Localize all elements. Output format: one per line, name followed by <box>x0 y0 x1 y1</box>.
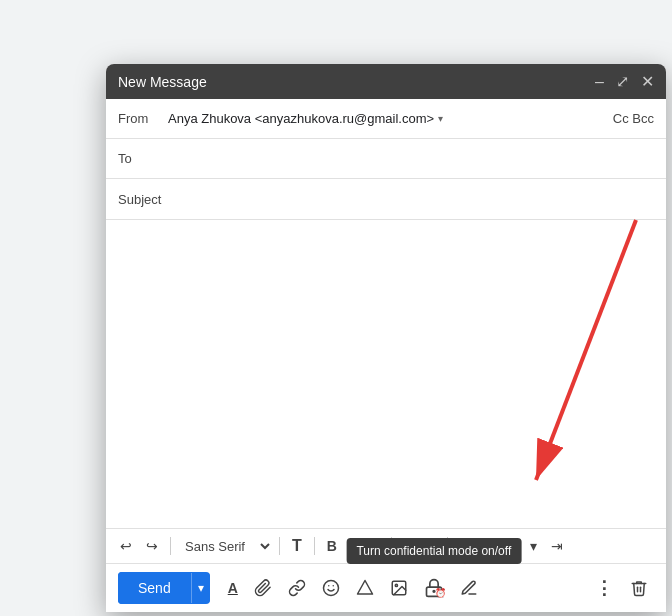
bold-button[interactable]: B <box>321 534 343 558</box>
emoji-button[interactable] <box>316 575 346 601</box>
confidential-button[interactable]: ⏰ <box>418 574 450 602</box>
toolbar-divider-5 <box>447 537 448 555</box>
subject-input[interactable] <box>168 192 654 207</box>
body-area <box>106 220 666 528</box>
title-bar-controls: – ⤢ ✕ <box>595 72 654 91</box>
redo-button[interactable]: ↪ <box>140 534 164 558</box>
font-selector[interactable]: Sans Serif Serif Monospace <box>177 536 273 557</box>
expand-button[interactable]: ⤢ <box>616 72 629 91</box>
toolbar-divider-4 <box>391 537 392 555</box>
svg-point-2 <box>323 581 338 596</box>
send-button[interactable]: Send <box>118 572 191 604</box>
more-options-button[interactable]: ⋮ <box>589 573 620 603</box>
trash-icon <box>630 579 648 597</box>
emoji-icon <box>322 579 340 597</box>
from-row: From Anya Zhukova <anyazhukova.ru@gmail.… <box>106 99 666 139</box>
undo-button[interactable]: ↩ <box>114 534 138 558</box>
svg-point-7 <box>395 584 397 586</box>
subject-label: Subject <box>118 192 168 207</box>
photo-button[interactable] <box>384 575 414 601</box>
link-button[interactable] <box>282 575 312 601</box>
paperclip-icon <box>254 579 272 597</box>
confidential-wrapper: ⏰ Turn confidential mode on/off <box>418 574 450 602</box>
toolbar-divider-3 <box>314 537 315 555</box>
pen-icon <box>460 579 478 597</box>
to-label: To <box>118 151 168 166</box>
list-more-button[interactable]: ▾ <box>524 534 543 558</box>
underline-button[interactable]: U <box>363 534 385 558</box>
attach-button[interactable] <box>248 575 278 601</box>
to-row: To <box>106 139 666 179</box>
title-bar: New Message – ⤢ ✕ <box>106 64 666 99</box>
body-input[interactable] <box>118 232 654 512</box>
minimize-button[interactable]: – <box>595 73 604 91</box>
from-label: From <box>118 111 168 126</box>
from-value: Anya Zhukova <anyazhukova.ru@gmail.com> … <box>168 111 443 126</box>
svg-marker-5 <box>357 581 372 595</box>
to-input[interactable] <box>168 151 654 166</box>
photo-icon <box>390 579 408 597</box>
drive-icon <box>356 579 374 597</box>
align-button[interactable]: ☰ <box>454 534 479 558</box>
compose-window: New Message – ⤢ ✕ From Anya Zhukova <any… <box>106 64 666 612</box>
align-more-button[interactable]: ▾ <box>481 534 500 558</box>
send-dropdown-button[interactable]: ▾ <box>191 573 210 603</box>
subject-row: Subject <box>106 179 666 219</box>
format-text-button[interactable]: A <box>222 576 244 600</box>
from-address: Anya Zhukova <anyazhukova.ru@gmail.com> <box>168 111 434 126</box>
indent-button[interactable]: ⇥ <box>545 534 569 558</box>
send-button-group: Send ▾ <box>118 572 210 604</box>
compose-header: From Anya Zhukova <anyazhukova.ru@gmail.… <box>106 99 666 220</box>
toolbar-divider-1 <box>170 537 171 555</box>
font-size-button[interactable]: T <box>286 533 308 559</box>
close-button[interactable]: ✕ <box>641 72 654 91</box>
signature-button[interactable] <box>454 575 484 601</box>
from-dropdown-icon[interactable]: ▾ <box>438 113 443 124</box>
trash-button[interactable] <box>624 575 654 601</box>
toolbar-divider-2 <box>279 537 280 555</box>
text-color-button[interactable]: A <box>398 534 420 558</box>
list-button[interactable]: ≡ <box>502 534 522 558</box>
italic-button[interactable]: I <box>345 534 361 558</box>
link-icon <box>288 579 306 597</box>
cc-bcc-button[interactable]: Cc Bcc <box>613 111 654 126</box>
bottom-toolbar: Send ▾ A <box>106 563 666 612</box>
window-title: New Message <box>118 74 207 90</box>
text-color-more-button[interactable]: ▾ <box>422 534 441 558</box>
drive-button[interactable] <box>350 575 380 601</box>
formatting-toolbar: ↩ ↪ Sans Serif Serif Monospace T B I U A… <box>106 528 666 563</box>
